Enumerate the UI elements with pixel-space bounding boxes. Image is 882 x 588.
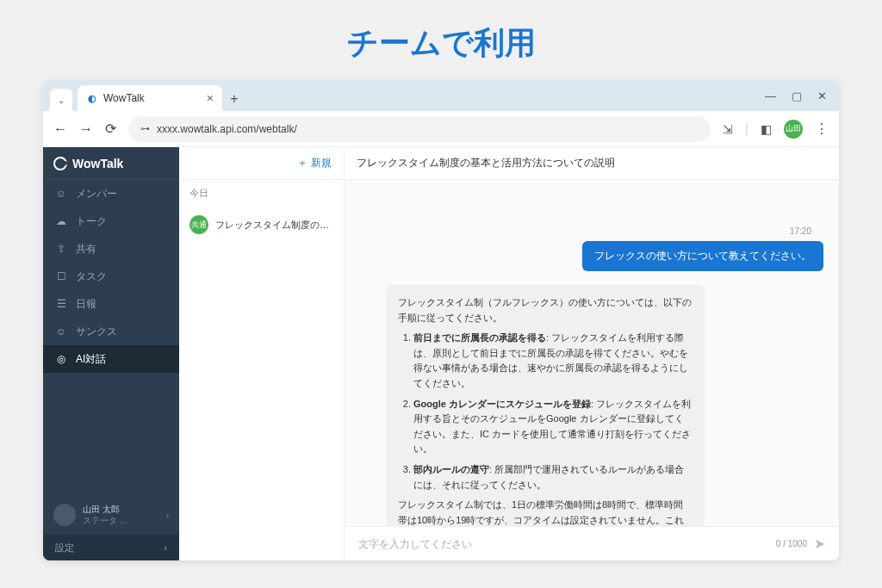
channel-title: フレックスタイム制度の基本と活用… bbox=[215, 219, 333, 232]
forward-button[interactable]: → bbox=[79, 121, 93, 137]
ai-steps-list: 前日までに所属長の承認を得る: フレックスタイムを利用する際は、原則として前日ま… bbox=[398, 331, 693, 492]
user-name: 山田 太郎 bbox=[83, 504, 159, 515]
send-button[interactable]: ➤ bbox=[814, 535, 825, 552]
chat-body: 17:20 フレックスの使い方について教えてください。 共通 フレックスタイム制… bbox=[345, 180, 839, 526]
settings-label: 設定 bbox=[55, 542, 74, 554]
app-container: WowTalk ☺メンバー ☁トーク ⇪共有 ☐タスク ☰日報 ☺サンクス ◎A… bbox=[43, 147, 839, 560]
channel-badge: 共通 bbox=[189, 215, 208, 234]
window-controls: — ▢ ✕ bbox=[765, 80, 839, 111]
ai-icon: ◎ bbox=[55, 353, 67, 365]
user-icon: ☺ bbox=[55, 188, 67, 200]
message-input[interactable] bbox=[358, 538, 776, 550]
minimize-button[interactable]: — bbox=[765, 90, 776, 102]
channel-section-label: 今日 bbox=[179, 180, 344, 207]
ai-outro: フレックスタイム制では、1日の標準労働時間は8時間で、標準時間帯は10時から19… bbox=[398, 498, 693, 526]
new-label: 新規 bbox=[311, 156, 332, 170]
app-logo: WowTalk bbox=[43, 147, 179, 180]
sidebar-item-ai[interactable]: ◎AI対話 bbox=[43, 345, 179, 373]
back-button[interactable]: ← bbox=[53, 121, 67, 137]
thanks-icon: ☺ bbox=[55, 325, 67, 337]
logo-icon bbox=[53, 157, 67, 170]
nav-label: AI対話 bbox=[76, 352, 106, 367]
user-status: ステータ ... bbox=[83, 515, 159, 526]
logo-text: WowTalk bbox=[72, 157, 123, 170]
user-message-bubble: フレックスの使い方について教えてください。 bbox=[582, 241, 823, 271]
report-icon: ☰ bbox=[55, 298, 67, 310]
ai-message-bubble: フレックスタイム制（フルフレックス）の使い方については、以下の手順に従ってくださ… bbox=[386, 285, 705, 526]
site-info-icon[interactable]: ⊶ bbox=[140, 123, 150, 134]
ai-message-row: 共通 フレックスタイム制（フルフレックス）の使い方については、以下の手順に従って… bbox=[360, 285, 823, 526]
chat-icon: ☁ bbox=[55, 215, 67, 227]
sidebar-item-share[interactable]: ⇪共有 bbox=[43, 235, 179, 263]
user-message-row: フレックスの使い方について教えてください。 bbox=[360, 241, 823, 271]
ai-intro: フレックスタイム制（フルフレックス）の使い方については、以下の手順に従ってくださ… bbox=[398, 295, 693, 325]
browser-tab-strip: ⌄ ◐ WowTalk × + — ▢ ✕ bbox=[43, 80, 839, 111]
browser-menu-button[interactable]: ⋮ bbox=[815, 121, 829, 137]
close-icon[interactable]: × bbox=[207, 91, 214, 105]
chat-header: フレックスタイム制度の基本と活用方法についての説明 bbox=[345, 147, 839, 180]
reload-button[interactable]: ⟳ bbox=[105, 121, 116, 137]
sidebar: WowTalk ☺メンバー ☁トーク ⇪共有 ☐タスク ☰日報 ☺サンクス ◎A… bbox=[43, 147, 179, 560]
settings-button[interactable]: 設定 › bbox=[43, 535, 179, 560]
plus-icon: ＋ bbox=[297, 156, 307, 170]
ai-step: Google カレンダーにスケジュールを登録: フレックスタイムを利用する旨とそ… bbox=[413, 397, 693, 457]
message-timestamp: 17:20 bbox=[360, 226, 811, 236]
char-count: 0 / 1000 bbox=[776, 539, 807, 548]
maximize-button[interactable]: ▢ bbox=[792, 90, 802, 102]
url-text: xxxx.wowtalk.api.com/webtalk/ bbox=[157, 123, 297, 135]
nav-label: 日報 bbox=[76, 297, 96, 312]
ai-step: 前日までに所属長の承認を得る: フレックスタイムを利用する際は、原則として前日ま… bbox=[413, 331, 693, 391]
sidebar-item-members[interactable]: ☺メンバー bbox=[43, 180, 179, 207]
panel-icon[interactable]: ◧ bbox=[761, 122, 772, 136]
sidebar-item-talk[interactable]: ☁トーク bbox=[43, 207, 179, 235]
channel-item[interactable]: 共通 フレックスタイム制度の基本と活用… bbox=[179, 207, 344, 243]
profile-avatar[interactable]: 山田 bbox=[784, 120, 803, 139]
address-bar[interactable]: ⊶ xxxx.wowtalk.api.com/webtalk/ bbox=[128, 116, 711, 142]
tab-favicon-icon: ◐ bbox=[86, 92, 98, 104]
extension-icon[interactable]: ⇲ bbox=[723, 122, 733, 136]
channel-panel: ＋新規 今日 共通 フレックスタイム制度の基本と活用… bbox=[179, 147, 345, 560]
nav-label: サンクス bbox=[76, 325, 117, 339]
user-section[interactable]: 山田 太郎 ステータ ... › bbox=[43, 495, 179, 535]
task-icon: ☐ bbox=[55, 270, 67, 282]
channel-header: ＋新規 bbox=[179, 147, 344, 180]
share-icon: ⇪ bbox=[55, 243, 67, 255]
browser-toolbar: ← → ⟳ ⊶ xxxx.wowtalk.api.com/webtalk/ ⇲ … bbox=[43, 111, 839, 147]
browser-window: ⌄ ◐ WowTalk × + — ▢ ✕ ← → ⟳ ⊶ xxxx.wowta… bbox=[43, 80, 839, 560]
chat-input-bar: 0 / 1000 ➤ bbox=[345, 526, 839, 560]
nav-label: 共有 bbox=[76, 242, 96, 257]
sidebar-item-thanks[interactable]: ☺サンクス bbox=[43, 318, 179, 345]
nav-list: ☺メンバー ☁トーク ⇪共有 ☐タスク ☰日報 ☺サンクス ◎AI対話 bbox=[43, 180, 179, 495]
tab-title: WowTalk bbox=[103, 92, 202, 104]
new-tab-button[interactable]: + bbox=[222, 87, 246, 111]
sidebar-item-task[interactable]: ☐タスク bbox=[43, 263, 179, 290]
chevron-right-icon[interactable]: › bbox=[166, 511, 169, 520]
ai-step: 部内ルールの遵守: 所属部門で運用されているルールがある場合には、それに従ってく… bbox=[413, 462, 693, 492]
close-window-button[interactable]: ✕ bbox=[817, 90, 827, 102]
user-avatar-icon bbox=[53, 504, 76, 526]
browser-tab-active[interactable]: ◐ WowTalk × bbox=[78, 85, 222, 111]
nav-label: トーク bbox=[76, 214, 107, 229]
sidebar-item-report[interactable]: ☰日報 bbox=[43, 290, 179, 318]
user-info: 山田 太郎 ステータ ... bbox=[83, 504, 159, 526]
nav-label: メンバー bbox=[76, 187, 117, 201]
chat-panel: フレックスタイム制度の基本と活用方法についての説明 17:20 フレックスの使い… bbox=[345, 147, 839, 560]
nav-label: タスク bbox=[76, 269, 107, 284]
tab-search-dropdown[interactable]: ⌄ bbox=[50, 89, 72, 111]
new-channel-button[interactable]: ＋新規 bbox=[297, 156, 332, 170]
page-heading: チームで利用 bbox=[0, 0, 882, 80]
chevron-right-icon: › bbox=[164, 542, 167, 553]
